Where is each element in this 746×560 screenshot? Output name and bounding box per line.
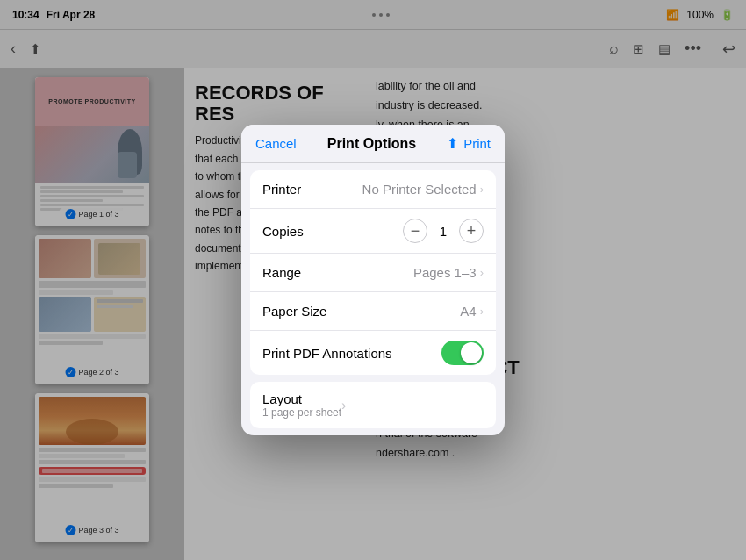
layout-row[interactable]: Layout 1 page per sheet ›	[250, 382, 496, 428]
printer-value: No Printer Selected ›	[362, 182, 484, 197]
layout-sublabel: 1 page per sheet	[262, 406, 341, 419]
paper-size-value: A4 ›	[460, 304, 484, 319]
layout-label: Layout	[262, 391, 341, 406]
paper-size-label: Paper Size	[262, 304, 460, 319]
range-chevron: ›	[480, 266, 484, 279]
modal-overlay: Cancel Print Options ⬆ Print Printer No …	[0, 0, 746, 560]
range-value: Pages 1–3 ›	[413, 265, 484, 280]
pdf-annotations-label: Print PDF Annotations	[262, 346, 441, 361]
range-value-text: Pages 1–3	[413, 265, 477, 280]
print-settings-section: Printer No Printer Selected › Copies − 1…	[250, 170, 496, 375]
modal-title: Print Options	[327, 136, 416, 152]
print-button[interactable]: Print	[463, 136, 491, 151]
printer-chevron: ›	[480, 183, 484, 196]
share-icon[interactable]: ⬆	[447, 135, 458, 152]
layout-label-area: Layout 1 page per sheet	[262, 391, 341, 419]
copies-increment-button[interactable]: +	[459, 219, 484, 243]
printer-value-text: No Printer Selected	[362, 182, 477, 197]
printer-row[interactable]: Printer No Printer Selected ›	[250, 170, 496, 209]
copies-decrement-button[interactable]: −	[403, 219, 427, 243]
modal-header: Cancel Print Options ⬆ Print	[241, 125, 505, 163]
layout-chevron: ›	[341, 398, 346, 413]
paper-size-value-text: A4	[460, 304, 476, 319]
pdf-annotations-toggle[interactable]	[441, 341, 484, 365]
copies-label: Copies	[262, 224, 403, 239]
print-options-modal: Cancel Print Options ⬆ Print Printer No …	[241, 125, 505, 435]
copies-stepper: − 1 +	[403, 219, 484, 243]
cancel-button[interactable]: Cancel	[255, 136, 297, 151]
paper-size-chevron: ›	[480, 305, 484, 318]
toggle-thumb	[461, 342, 482, 363]
copies-row: Copies − 1 +	[250, 209, 496, 254]
range-label: Range	[262, 265, 413, 280]
paper-size-row[interactable]: Paper Size A4 ›	[250, 292, 496, 331]
pdf-annotations-row: Print PDF Annotations	[250, 331, 496, 375]
copies-value: 1	[434, 224, 452, 239]
modal-print-area: ⬆ Print	[447, 135, 491, 152]
layout-section: Layout 1 page per sheet ›	[250, 382, 496, 428]
range-row[interactable]: Range Pages 1–3 ›	[250, 254, 496, 292]
printer-label: Printer	[262, 182, 362, 197]
